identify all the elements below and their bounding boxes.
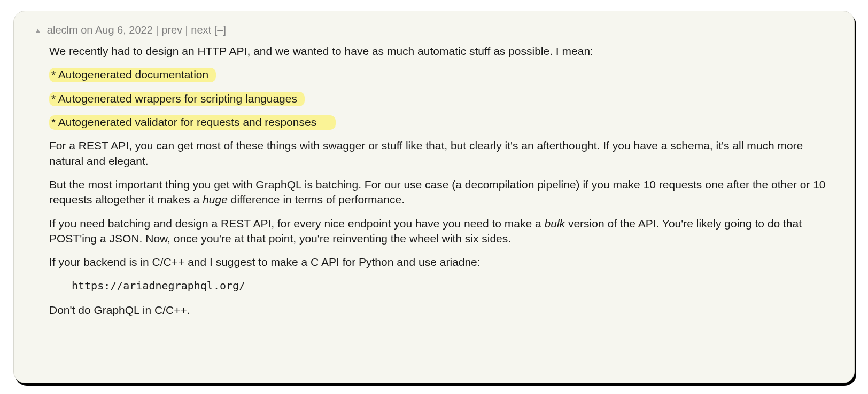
highlight: * Autogenerated wrappers for scripting l… [49, 92, 305, 106]
next-link[interactable]: next [191, 24, 211, 36]
text-run: If you need batching and design a REST A… [49, 217, 545, 230]
on-word: on [81, 24, 92, 36]
code-block: https://ariadnegraphql.org/ [72, 279, 838, 293]
text-run: But the most important thing you get wit… [49, 178, 826, 206]
highlight: * Autogenerated validator for requests a… [49, 115, 336, 130]
username-link[interactable]: aleclm [47, 24, 78, 36]
highlight: * Autogenerated documentation [49, 68, 216, 82]
bullet-line: * Autogenerated validator for requests a… [49, 115, 838, 130]
comment-body: We recently had to design an HTTP API, a… [49, 44, 838, 318]
prev-link[interactable]: prev [161, 24, 182, 36]
text-run: difference in terms of performance. [228, 193, 405, 206]
upvote-icon[interactable]: ▲ [34, 27, 42, 34]
separator: | [156, 24, 161, 36]
emphasis: huge [203, 193, 228, 206]
bullet-line: * Autogenerated documentation [49, 67, 838, 82]
separator: | [185, 24, 191, 36]
collapse-toggle[interactable]: [–] [214, 24, 226, 36]
comment-header: ▲ aleclm on Aug 6, 2022 | prev | next [–… [34, 24, 838, 36]
paragraph: If your backend is in C/C++ and I sugges… [49, 255, 838, 270]
paragraph: We recently had to design an HTTP API, a… [49, 44, 838, 59]
bullet-line: * Autogenerated wrappers for scripting l… [49, 91, 838, 106]
paragraph: If you need batching and design a REST A… [49, 216, 838, 247]
paragraph: Don't do GraphQL in C/C++. [49, 303, 838, 318]
emphasis: bulk [545, 217, 565, 230]
paragraph: But the most important thing you get wit… [49, 177, 838, 208]
date-link[interactable]: Aug 6, 2022 [95, 24, 153, 36]
comment-card: ▲ aleclm on Aug 6, 2022 | prev | next [–… [13, 11, 855, 383]
header-text: aleclm on Aug 6, 2022 | prev | next [–] [47, 24, 226, 36]
paragraph: For a REST API, you can get most of thes… [49, 138, 838, 169]
